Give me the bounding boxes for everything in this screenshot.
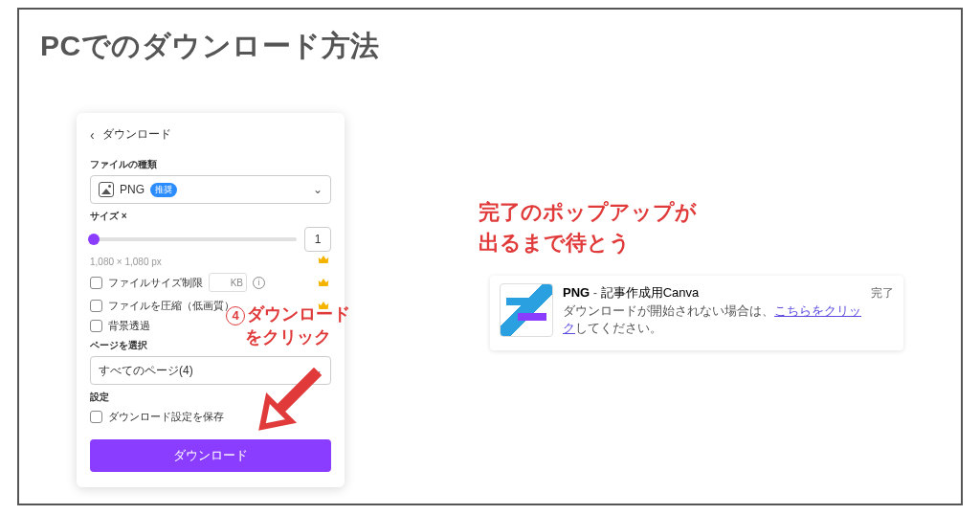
info-icon[interactable]: i — [253, 277, 265, 289]
crown-icon — [316, 252, 331, 267]
transparent-bg-checkbox[interactable] — [90, 320, 102, 332]
chevron-down-icon: ⌄ — [313, 183, 323, 196]
panel-header: ‹ ダウンロード — [90, 123, 331, 152]
recommended-badge: 推奨 — [150, 183, 177, 197]
download-complete-popup: PNG - 記事作成用Canva ダウンロードが開始されない場合は、こちらをクリ… — [490, 276, 903, 350]
annotation-wait-popup: 完了のポップアップが 出るまで待とう — [479, 197, 697, 258]
dimensions-text: 1,080 × 1,080 px — [90, 257, 162, 267]
crown-icon — [316, 275, 331, 290]
popup-status: 完了 — [871, 283, 894, 302]
step-number-circle: 4 — [226, 306, 245, 325]
back-icon[interactable]: ‹ — [90, 127, 95, 143]
image-icon — [99, 182, 114, 197]
kb-input[interactable]: KB — [209, 273, 247, 292]
file-size-limit-label: ファイルサイズ制限 — [108, 276, 203, 290]
file-size-limit-checkbox[interactable] — [90, 277, 102, 289]
compress-label: ファイルを圧縮（低画質） — [108, 299, 234, 313]
file-thumbnail — [500, 283, 553, 337]
panel-title: ダウンロード — [102, 126, 171, 143]
compress-checkbox[interactable] — [90, 300, 102, 312]
file-type-value: PNG — [120, 183, 145, 196]
file-type-select[interactable]: PNG 推奨 ⌄ — [90, 175, 331, 204]
annotation-step-4: 4ダウンロード をクリック — [226, 302, 350, 349]
save-settings-label: ダウンロード設定を保存 — [108, 410, 224, 424]
file-type-label: ファイルの種類 — [90, 158, 331, 171]
size-label: サイズ × — [90, 210, 331, 223]
download-button[interactable]: ダウンロード — [90, 439, 331, 472]
pages-value: すべてのページ(4) — [99, 363, 193, 379]
size-slider[interactable] — [90, 237, 297, 241]
slider-thumb[interactable] — [88, 234, 100, 245]
size-value-input[interactable]: 1 — [304, 227, 331, 252]
popup-title: PNG - 記事作成用Canva — [563, 283, 861, 302]
arrow-annotation — [249, 364, 335, 440]
transparent-bg-label: 背景透過 — [108, 319, 150, 333]
page-title: PCでのダウンロード方法 — [40, 27, 940, 66]
save-settings-checkbox[interactable] — [90, 411, 102, 423]
popup-description: ダウンロードが開始されない場合は、こちらをクリックしてください。 — [563, 302, 861, 339]
